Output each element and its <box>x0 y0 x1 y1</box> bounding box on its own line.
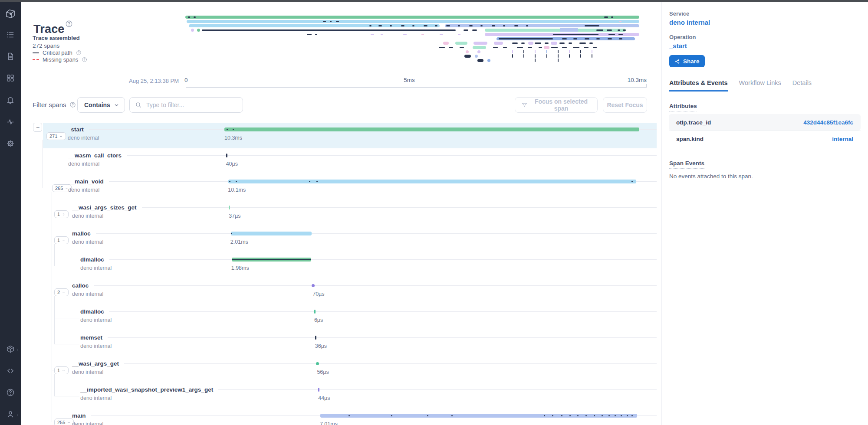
missing-spans-help-icon[interactable] <box>82 57 87 62</box>
span-name[interactable]: __imported_wasi_snapshot_preview1_args_g… <box>80 386 213 393</box>
span-row[interactable]: __imported_wasi_snapshot_preview1_args_g… <box>26 383 658 409</box>
span-children-toggle[interactable]: 255 <box>54 418 74 425</box>
span-event-mark <box>615 415 616 416</box>
bell-icon[interactable] <box>6 96 15 105</box>
collapse-all-button[interactable]: − <box>33 123 42 132</box>
code-icon[interactable] <box>6 366 15 375</box>
span-duration-bar[interactable] <box>228 180 636 183</box>
span-duration-tick[interactable] <box>315 336 316 340</box>
span-duration-tick[interactable] <box>226 154 227 157</box>
span-duration-tick[interactable] <box>229 206 230 209</box>
span-duration-dot[interactable] <box>316 362 319 365</box>
minimap-mark <box>403 34 407 35</box>
span-event-mark <box>569 415 571 416</box>
span-name[interactable]: __wasi_args_sizes_get <box>72 204 137 211</box>
span-children-toggle[interactable]: 1 <box>54 210 69 218</box>
minimap-mark <box>608 34 615 35</box>
span-duration-tick[interactable] <box>314 310 316 314</box>
span-name[interactable]: __main_void <box>68 178 104 185</box>
span-row[interactable]: 1__wasi_args_sizes_getdeno internal37µs <box>26 201 658 227</box>
trace-help-icon[interactable] <box>65 20 73 28</box>
span-row[interactable]: 1mallocdeno internal2.01ms <box>26 227 658 253</box>
search-icon <box>135 101 142 108</box>
filter-help-icon[interactable] <box>69 101 76 108</box>
span-row[interactable]: 2callocdeno internal70µs <box>26 279 658 305</box>
span-name[interactable]: memset <box>80 334 102 341</box>
tab-workflow-links[interactable]: Workflow Links <box>739 79 781 92</box>
span-name[interactable]: malloc <box>72 230 91 237</box>
tab-attributes-events[interactable]: Attributes & Events <box>669 79 728 92</box>
gear-icon[interactable] <box>6 139 15 148</box>
span-name[interactable]: _start <box>68 126 84 133</box>
span-duration-dot[interactable] <box>312 284 315 287</box>
span-name[interactable]: calloc <box>72 282 89 289</box>
user-icon[interactable] <box>6 410 15 418</box>
span-row[interactable]: memsetdeno internal36µs <box>26 331 658 357</box>
minimap-mark <box>381 34 383 35</box>
minimap-mark <box>480 25 483 26</box>
span-row[interactable]: dlmallocdeno internal1.98ms <box>26 253 658 279</box>
minimap-mark <box>514 25 518 26</box>
share-button[interactable]: Share <box>669 55 705 67</box>
filter-search-box[interactable] <box>129 97 243 113</box>
minimap-mark <box>336 21 339 22</box>
span-name[interactable]: main <box>72 412 86 419</box>
filter-search-input[interactable] <box>145 101 238 109</box>
span-duration-label: 1.98ms <box>231 265 249 271</box>
span-name[interactable]: dlmalloc <box>80 308 104 315</box>
span-name[interactable]: __wasm_call_ctors <box>68 152 122 159</box>
span-row[interactable]: 271_startdeno internal10.3ms <box>26 123 658 149</box>
span-duration-bar[interactable] <box>224 128 639 131</box>
span-children-toggle[interactable]: 1 <box>54 366 69 374</box>
reset-focus-button[interactable]: Reset Focus <box>603 97 647 113</box>
span-children-toggle[interactable]: 271 <box>46 132 66 140</box>
trace-minimap[interactable] <box>185 16 639 65</box>
tab-details[interactable]: Details <box>792 79 812 92</box>
minimap-mark <box>551 47 558 48</box>
activity-icon[interactable] <box>6 118 15 126</box>
span-events-title: Span Events <box>669 160 704 169</box>
package-icon[interactable] <box>6 345 15 353</box>
filter-operator-dropdown[interactable]: Contains <box>77 97 125 113</box>
minimap-mark <box>579 42 586 44</box>
chevron-right-icon <box>16 347 19 352</box>
span-duration-tick[interactable] <box>318 388 319 392</box>
minimap-mark <box>535 54 536 58</box>
sidebar-nav <box>0 0 21 425</box>
minimap-mark <box>371 34 374 35</box>
span-duration-bar[interactable] <box>320 414 637 418</box>
minimap-row <box>185 55 639 58</box>
span-children-toggle[interactable]: 2 <box>54 288 69 296</box>
minimap-mark <box>607 29 612 31</box>
attribute-value[interactable]: 432d44c85f1ea6fc <box>803 119 853 126</box>
span-row[interactable]: 1__wasi_args_getdeno internal56µs <box>26 357 658 383</box>
minimap-row <box>185 29 639 32</box>
minimap-mark <box>401 25 404 26</box>
focus-selected-span-button[interactable]: Focus on selected span <box>515 97 598 113</box>
span-duration-bar[interactable] <box>231 232 312 235</box>
minimap-mark <box>580 50 581 53</box>
critical-path-help-icon[interactable] <box>76 50 82 56</box>
app-logo[interactable] <box>5 8 16 20</box>
minimap-mark <box>472 29 477 31</box>
span-name[interactable]: dlmalloc <box>80 256 104 263</box>
minimap-mark <box>378 25 382 26</box>
minimap-mark <box>512 42 518 44</box>
span-name[interactable]: __wasi_args_get <box>72 360 119 367</box>
service-value-link[interactable]: deno internal <box>669 19 710 26</box>
document-icon[interactable] <box>6 52 15 61</box>
list-icon[interactable] <box>6 30 15 39</box>
help-icon[interactable] <box>6 388 15 397</box>
span-duration-label: 37µs <box>229 213 240 219</box>
span-children-toggle[interactable]: 1 <box>54 236 69 244</box>
span-row[interactable]: 265__main_voiddeno internal10.1ms <box>26 175 658 201</box>
grid-icon[interactable] <box>6 74 15 82</box>
span-row[interactable]: 255maindeno internal7.01ms <box>26 409 658 425</box>
attribute-value[interactable]: internal <box>832 136 853 142</box>
span-service: deno internal <box>80 265 112 271</box>
span-row[interactable]: dlmallocdeno internal6µs <box>26 305 658 331</box>
operation-value-link[interactable]: _start <box>669 42 687 49</box>
span-row[interactable]: __wasm_call_ctorsdeno internal40µs <box>26 149 658 175</box>
children-count: 271 <box>49 134 57 139</box>
minimap-mark <box>390 25 392 26</box>
